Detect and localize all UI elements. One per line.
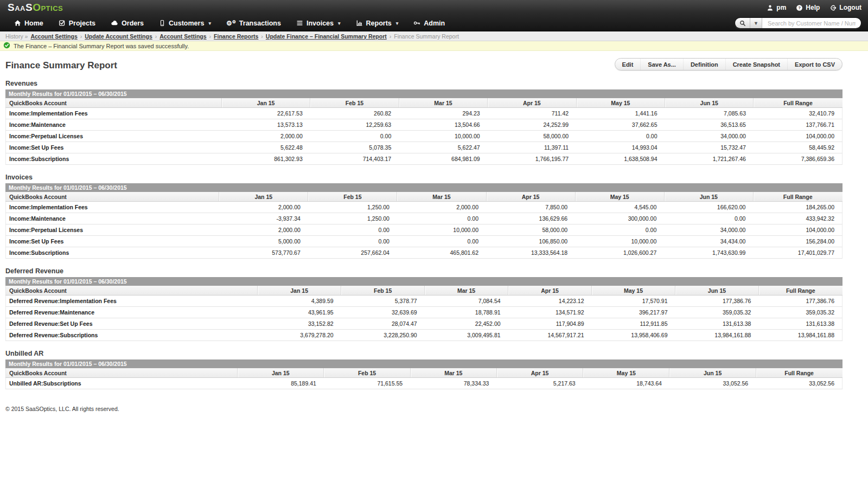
logout-icon xyxy=(829,4,837,11)
create-snapshot-button[interactable]: Create Snapshot xyxy=(725,59,787,70)
column-header: Apr 15 xyxy=(488,98,576,108)
table-row: Income:Set Up Fees5,000.000.000.00106,85… xyxy=(6,236,843,247)
value-cell: 177,386.76 xyxy=(675,296,759,307)
nav-item-customers[interactable]: Customers ▾ xyxy=(152,17,218,29)
account-cell: Income:Set Up Fees xyxy=(6,142,222,153)
chevron-down-icon: ▼ xyxy=(754,21,758,26)
table-row: Deferred Revenue:Maintenance43,961.9532,… xyxy=(6,307,843,318)
value-cell: 433,942.32 xyxy=(753,213,842,224)
value-cell: 28,074.47 xyxy=(341,318,425,330)
success-notification: The Finance – Financial Summary Report w… xyxy=(0,41,868,51)
value-cell: 7,386,659.36 xyxy=(754,153,843,165)
column-header: QuickBooks Account xyxy=(6,98,222,108)
search-input[interactable] xyxy=(762,18,861,28)
report-page: Finance Summary Report Edit Save As... D… xyxy=(5,58,843,412)
value-cell: 10,000.00 xyxy=(397,224,486,236)
value-cell: 4,389.59 xyxy=(258,296,341,307)
column-header: Mar 15 xyxy=(399,98,487,108)
breadcrumb-link[interactable]: Account Settings xyxy=(159,33,206,40)
value-cell: 359,035.32 xyxy=(758,307,842,318)
breadcrumb-link[interactable]: Update Account Settings xyxy=(85,33,152,40)
value-cell: 294.23 xyxy=(399,108,487,119)
nav-item-home[interactable]: Home xyxy=(8,17,50,29)
account-cell: Income:Set Up Fees xyxy=(6,236,219,247)
section-heading: Invoices xyxy=(5,174,843,181)
value-cell: 711.42 xyxy=(488,108,576,119)
nav-label: Reports xyxy=(366,20,392,27)
definition-button[interactable]: Definition xyxy=(683,59,725,70)
value-cell: 33,152.82 xyxy=(258,318,341,330)
breadcrumb-link[interactable]: Update Finance – Financial Summary Repor… xyxy=(266,33,387,40)
value-cell: 2,000.00 xyxy=(219,224,308,236)
value-cell: 13,984,161.88 xyxy=(758,330,842,341)
nav-item-reports[interactable]: Reports ▾ xyxy=(349,17,405,29)
nav-item-orders[interactable]: Orders xyxy=(104,17,150,29)
gears-icon: ⚙⚙ xyxy=(226,20,236,27)
breadcrumb-link[interactable]: Finance Reports xyxy=(214,33,258,40)
account-cell: Deferred Revenue:Maintenance xyxy=(6,307,258,318)
checkbox-icon xyxy=(59,20,66,27)
logout-button[interactable]: Logout xyxy=(829,4,861,11)
value-cell: 7,084.54 xyxy=(425,296,508,307)
table-row: Deferred Revenue:Implementation Fees4,38… xyxy=(6,296,843,307)
breadcrumb-separator: › xyxy=(209,33,212,40)
search-button[interactable] xyxy=(735,18,750,28)
account-cell: Income:Perpetual Licenses xyxy=(6,224,219,236)
username: pm xyxy=(776,4,786,11)
section-heading: Deferred Revenue xyxy=(5,267,843,275)
save-as-button[interactable]: Save As... xyxy=(640,59,683,70)
column-header: Feb 15 xyxy=(308,192,397,202)
value-cell: 117,904.89 xyxy=(508,318,592,330)
column-header: QuickBooks Account xyxy=(6,192,219,202)
value-cell: 1,638,508.94 xyxy=(576,153,665,165)
edit-button[interactable]: Edit xyxy=(615,59,641,70)
period-bar: Monthly Results for 01/01/2015 – 06/30/2… xyxy=(5,89,843,98)
nav-item-projects[interactable]: Projects xyxy=(52,17,102,29)
copyright-footer: © 2015 SaaSOptics, LLC. All rights reser… xyxy=(5,406,843,412)
saasoptics-logo[interactable]: SaaSOptics xyxy=(8,2,63,14)
nav-item-admin[interactable]: Admin xyxy=(407,17,451,29)
nav-item-transactions[interactable]: ⚙⚙ Transactions xyxy=(220,17,288,29)
device-icon xyxy=(159,20,165,27)
value-cell: 14,223.12 xyxy=(508,296,592,307)
column-header: Feb 15 xyxy=(310,98,399,108)
export-csv-button[interactable]: Export to CSV xyxy=(787,59,842,70)
nav-item-invoices[interactable]: Invoices ▾ xyxy=(290,17,347,29)
value-cell: 131,613.38 xyxy=(758,318,842,330)
nav-label: Admin xyxy=(424,20,445,27)
value-cell: 24,252.99 xyxy=(488,119,576,131)
column-header: Apr 15 xyxy=(486,192,575,202)
breadcrumb-separator: › xyxy=(80,33,82,40)
user-menu-item[interactable]: pm xyxy=(767,4,786,11)
value-cell: 260.82 xyxy=(310,108,399,119)
value-cell: 0.00 xyxy=(397,213,486,224)
value-cell: 1,250.00 xyxy=(308,202,397,213)
help-button[interactable]: ? Help xyxy=(796,4,820,11)
value-cell: 136,629.66 xyxy=(486,213,575,224)
search-options-dropdown[interactable]: ▼ xyxy=(750,18,762,28)
value-cell: 300,000.00 xyxy=(575,213,664,224)
table-row: Income:Perpetual Licenses2,000.000.0010,… xyxy=(6,224,843,236)
value-cell: 5,217.63 xyxy=(496,378,583,389)
value-cell: 112,911.85 xyxy=(592,318,675,330)
column-header: Jun 15 xyxy=(665,98,754,108)
column-header: May 15 xyxy=(575,192,664,202)
value-cell: 33,052.56 xyxy=(756,378,842,389)
breadcrumb-link[interactable]: Account Settings xyxy=(30,33,77,40)
nav-label: Orders xyxy=(122,20,144,27)
notification-message: The Finance – Financial Summary Report w… xyxy=(14,43,189,49)
value-cell: 58,445.92 xyxy=(754,142,843,153)
value-cell: 14,567,917.21 xyxy=(508,330,592,341)
value-cell: 131,613.38 xyxy=(675,318,759,330)
value-cell: 22,617.53 xyxy=(221,108,310,119)
column-header: Mar 15 xyxy=(397,192,486,202)
table-row: Income:Implementation Fees22,617.53260.8… xyxy=(6,108,843,119)
column-header: Jan 15 xyxy=(221,98,310,108)
value-cell: 33,052.56 xyxy=(669,378,756,389)
value-cell: 10,000.00 xyxy=(399,131,487,142)
value-cell: 1,250.00 xyxy=(308,213,397,224)
value-cell: 0.00 xyxy=(575,224,664,236)
success-check-icon xyxy=(3,42,10,50)
column-header: Full Range xyxy=(756,368,842,378)
value-cell: 465,801.62 xyxy=(397,247,486,259)
